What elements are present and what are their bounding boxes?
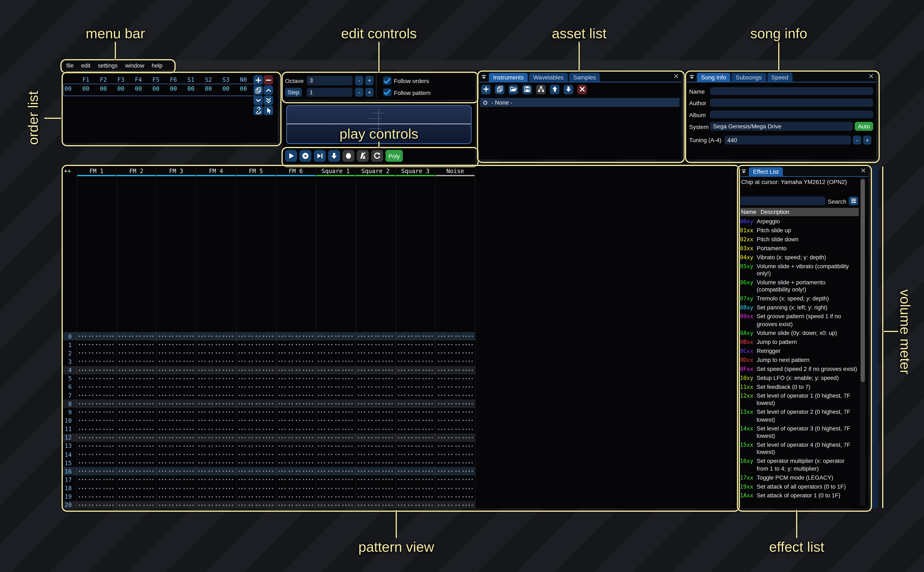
pattern-cell[interactable]: [355, 420, 395, 421]
pattern-cell[interactable]: [396, 479, 435, 480]
pattern-cell[interactable]: [276, 462, 316, 463]
play-play-bar-button[interactable]: [314, 150, 326, 162]
tab-effect-list[interactable]: Effect List: [749, 167, 783, 176]
channel-header-noise[interactable]: Noise: [435, 168, 475, 174]
pattern-cell[interactable]: [156, 378, 196, 379]
effect-search-input[interactable]: [740, 196, 825, 205]
tab-samples[interactable]: Samples: [569, 73, 600, 82]
pattern-cell[interactable]: [196, 378, 236, 379]
pattern-cell[interactable]: [355, 496, 395, 497]
pattern-cell[interactable]: [196, 403, 236, 404]
pattern-cell[interactable]: [76, 403, 116, 404]
pattern-cell[interactable]: [355, 437, 395, 438]
pattern-cell[interactable]: [156, 488, 196, 489]
pattern-cell[interactable]: [435, 429, 475, 430]
pattern-row[interactable]: 19: [63, 493, 475, 501]
pattern-row[interactable]: 14: [63, 450, 475, 459]
pattern-cell[interactable]: [156, 412, 196, 413]
pattern-cell[interactable]: [435, 479, 475, 480]
pattern-cell[interactable]: [276, 403, 316, 404]
pattern-cell[interactable]: [156, 386, 196, 388]
pattern-cell[interactable]: [116, 395, 156, 396]
tuning-minus-button[interactable]: -: [853, 135, 861, 144]
pattern-cell[interactable]: [76, 386, 116, 388]
pattern-cell[interactable]: [276, 429, 316, 430]
channel-header-fm-6[interactable]: FM 6: [276, 168, 316, 174]
pattern-cell[interactable]: [355, 446, 395, 447]
pattern-cell[interactable]: [116, 496, 156, 497]
pattern-cell[interactable]: [355, 462, 395, 463]
pattern-row[interactable]: 1: [63, 340, 475, 349]
pattern-cell[interactable]: [196, 336, 236, 337]
pattern-cell[interactable]: [156, 505, 196, 506]
menu-item-file[interactable]: file: [66, 62, 74, 68]
pattern-cell[interactable]: [435, 437, 475, 438]
play-play-circle-button[interactable]: [299, 150, 312, 162]
pattern-cell[interactable]: [435, 446, 475, 447]
pattern-cell[interactable]: [355, 378, 395, 379]
asset-save-button[interactable]: [522, 84, 532, 94]
pattern-cell[interactable]: [116, 420, 156, 421]
pattern-cell[interactable]: [236, 395, 276, 396]
pattern-cell[interactable]: [116, 454, 156, 455]
pattern-cell[interactable]: [116, 353, 156, 354]
pattern-cell[interactable]: [396, 462, 435, 463]
pattern-cell[interactable]: [435, 496, 475, 497]
pattern-cell[interactable]: [316, 353, 355, 354]
close-icon[interactable]: [868, 73, 874, 79]
pattern-cell[interactable]: [316, 505, 355, 506]
pattern-cell[interactable]: [396, 429, 435, 430]
pattern-cell[interactable]: [156, 395, 196, 396]
pattern-cell[interactable]: [276, 344, 316, 345]
pattern-cell[interactable]: [76, 370, 116, 371]
pattern-cell[interactable]: [196, 344, 236, 345]
play-play-button[interactable]: [285, 150, 297, 162]
menu-item-settings[interactable]: settings: [98, 62, 118, 68]
pattern-cell[interactable]: [196, 479, 236, 480]
pattern-cell[interactable]: [355, 471, 395, 472]
play-arrow-down-button[interactable]: [328, 150, 340, 162]
pattern-cell[interactable]: [236, 429, 276, 430]
pattern-cell[interactable]: [196, 370, 236, 371]
tuning-input[interactable]: [725, 135, 851, 144]
pattern-cell[interactable]: [76, 361, 116, 362]
pattern-cell[interactable]: [116, 471, 156, 472]
octave-input[interactable]: [307, 76, 352, 85]
pattern-cell[interactable]: [396, 488, 435, 489]
pattern-cell[interactable]: [435, 505, 475, 506]
pattern-cell[interactable]: [276, 454, 316, 455]
pattern-cell[interactable]: [156, 353, 196, 354]
pattern-row[interactable]: 20: [63, 501, 475, 508]
pattern-cell[interactable]: [396, 361, 435, 362]
order-pointer-button[interactable]: [263, 106, 273, 115]
asset-add-button[interactable]: [481, 84, 491, 94]
pattern-cell[interactable]: [236, 420, 276, 421]
pattern-cell[interactable]: [116, 336, 156, 337]
pattern-row[interactable]: 17: [63, 476, 475, 484]
pattern-row[interactable]: 10: [63, 417, 475, 425]
pattern-cell[interactable]: [276, 505, 316, 506]
pattern-cell[interactable]: [316, 370, 355, 371]
pattern-cell[interactable]: [236, 437, 276, 438]
pattern-cell[interactable]: [396, 386, 435, 388]
pattern-cell[interactable]: [276, 412, 316, 413]
pattern-row[interactable]: 12: [63, 434, 475, 442]
pattern-cell[interactable]: [76, 488, 116, 489]
pattern-cell[interactable]: [276, 353, 316, 354]
pattern-cell[interactable]: [355, 344, 395, 345]
pattern-cell[interactable]: [236, 336, 276, 337]
pattern-cell[interactable]: [276, 386, 316, 388]
poly-mono-button[interactable]: Poly: [385, 150, 403, 162]
pattern-cell[interactable]: [355, 479, 395, 480]
pattern-cell[interactable]: [316, 378, 355, 379]
pattern-cell[interactable]: [116, 488, 156, 489]
tuning-plus-button[interactable]: +: [863, 135, 871, 144]
pattern-cell[interactable]: [76, 420, 116, 421]
pattern-cell[interactable]: [435, 412, 475, 413]
order-chev-down-button[interactable]: [253, 96, 263, 105]
tab-speed[interactable]: Speed: [767, 73, 792, 82]
pattern-cell[interactable]: [196, 437, 236, 438]
pattern-cell[interactable]: [316, 361, 355, 362]
order-remove-button[interactable]: [263, 75, 273, 85]
pattern-cell[interactable]: [116, 361, 156, 362]
